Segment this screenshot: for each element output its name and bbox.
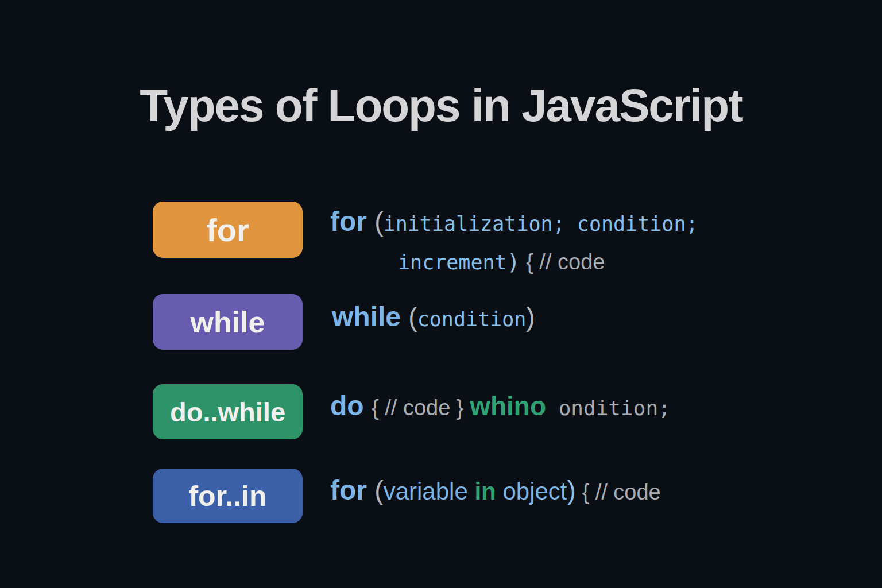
code-token: initialization; condition; <box>384 212 698 235</box>
code-token: while <box>332 301 408 332</box>
code-token: ( <box>408 301 417 332</box>
code-token: ) <box>526 301 535 332</box>
code-token: { // code } <box>372 396 470 420</box>
code-token: variable <box>384 478 475 505</box>
code-line-for-1: for (initialization; condition; <box>330 206 698 237</box>
badge-while-label: while <box>190 305 265 339</box>
code-token: ) <box>567 475 576 506</box>
badge-while: while <box>153 294 303 350</box>
code-token: ( <box>374 475 383 506</box>
code-token: { <box>520 250 540 274</box>
badge-for: for <box>153 202 303 258</box>
code-line-for-in: for (variable in object) { // code <box>330 474 661 506</box>
code-token: ondition; <box>546 396 671 420</box>
badge-do-while-label: do..while <box>170 396 285 428</box>
code-token: for <box>330 206 374 237</box>
code-token: object <box>496 478 567 505</box>
code-token: ) <box>507 249 520 274</box>
badge-for-label: for <box>206 211 249 249</box>
code-token: { <box>576 480 595 505</box>
infographic-canvas: Types of Loops in JavaScript for for (in… <box>0 0 882 588</box>
code-token: in <box>474 478 496 505</box>
code-token: for <box>330 474 374 506</box>
code-token: ( <box>374 206 383 237</box>
page-title: Types of Loops in JavaScript <box>0 79 882 132</box>
code-token: condition <box>417 308 527 331</box>
code-line-while: while (condition) <box>332 301 535 332</box>
code-token: // code <box>595 480 661 505</box>
code-token: increment <box>398 251 507 274</box>
code-token: do <box>330 390 372 421</box>
code-line-do-while: do { // code } whino ondition; <box>330 390 671 421</box>
code-line-for-2: increment) { // code <box>398 249 605 274</box>
code-token: // code <box>539 250 605 274</box>
badge-for-in: for..in <box>153 469 303 523</box>
badge-do-while: do..while <box>153 384 303 439</box>
badge-for-in-label: for..in <box>188 479 266 513</box>
code-token: whino <box>470 390 546 421</box>
